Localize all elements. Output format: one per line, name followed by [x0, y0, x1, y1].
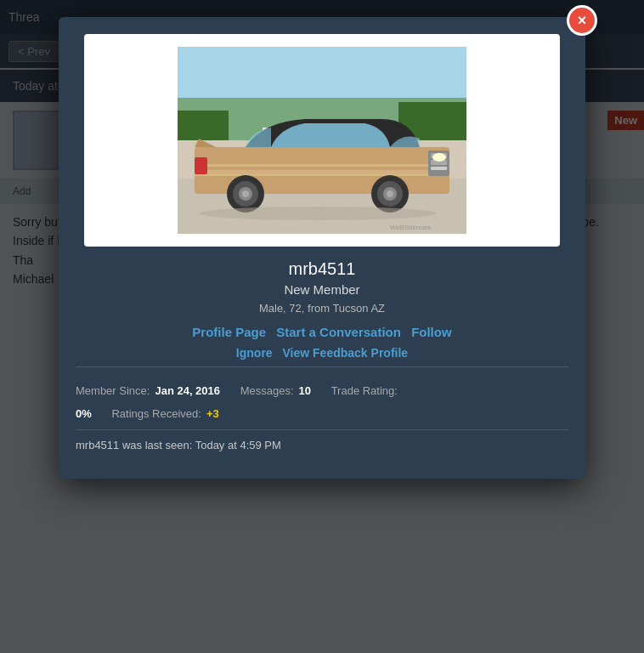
svg-point-20: [242, 190, 249, 197]
stats-row-1: Member Since: Jan 24, 2016 Messages: 10 …: [76, 381, 568, 400]
car-image: WeBSitemark: [178, 47, 466, 234]
stats-divider: [76, 366, 568, 367]
modal-details: Male, 72, from Tucson AZ: [76, 302, 568, 315]
close-button[interactable]: ×: [567, 5, 597, 36]
action-links-row1: Profile Page Start a Conversation Follow: [59, 325, 585, 339]
member-since-label: Member Since:: [76, 381, 150, 400]
last-seen-text: mrb4511 was last seen: Today at 4:59 PM: [76, 435, 568, 455]
svg-rect-8: [195, 170, 449, 175]
svg-point-15: [432, 153, 446, 162]
last-seen-divider: [76, 429, 568, 430]
svg-text:WeBSitemark: WeBSitemark: [390, 224, 432, 231]
start-conversation-link[interactable]: Start a Conversation: [276, 325, 401, 339]
ignore-link[interactable]: Ignore: [236, 346, 273, 360]
svg-point-24: [387, 190, 393, 197]
svg-rect-9: [195, 164, 449, 167]
profile-page-link[interactable]: Profile Page: [192, 325, 266, 339]
action-links-row2: Ignore View Feedback Profile: [59, 346, 585, 360]
follow-link[interactable]: Follow: [411, 325, 452, 339]
trade-rating-label: Trade Rating:: [331, 381, 398, 400]
messages-value: 10: [299, 381, 311, 400]
member-since-value: Jan 24, 2016: [155, 381, 220, 400]
messages-label: Messages:: [240, 381, 294, 400]
svg-point-25: [199, 207, 437, 220]
user-info-section: mrb4511 New Member Male, 72, from Tucson…: [59, 247, 585, 315]
trade-rating-value: 0%: [76, 404, 92, 423]
car-image-section: WeBSitemark: [84, 34, 560, 247]
svg-rect-2: [178, 111, 229, 140]
svg-rect-14: [431, 167, 447, 170]
stats-row-2: 0% Ratings Received: +3: [76, 404, 568, 423]
ratings-label: Ratings Received:: [111, 404, 201, 423]
close-icon: ×: [578, 13, 587, 28]
user-profile-modal: ×: [59, 17, 585, 479]
overlay: ×: [0, 0, 644, 653]
modal-role: New Member: [76, 282, 568, 297]
modal-username: mrb4511: [76, 259, 568, 279]
svg-rect-16: [195, 157, 207, 174]
view-feedback-link[interactable]: View Feedback Profile: [283, 346, 409, 360]
stats-section: Member Since: Jan 24, 2016 Messages: 10 …: [59, 374, 585, 462]
ratings-value: +3: [206, 404, 219, 423]
